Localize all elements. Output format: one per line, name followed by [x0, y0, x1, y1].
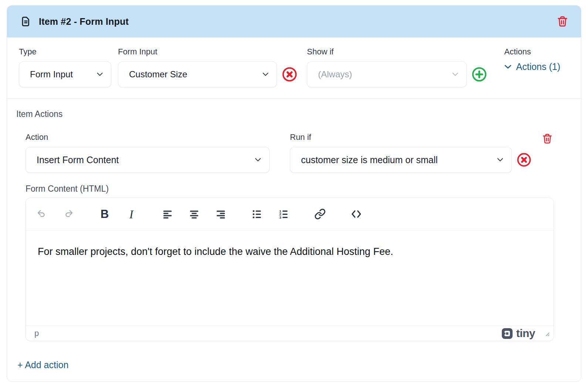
run-if-select-value: customer size is medium or small — [301, 155, 438, 165]
field-action: Action Insert Form Content — [26, 132, 270, 173]
field-actions: Actions Actions (1) — [504, 47, 569, 72]
action-select[interactable]: Insert Form Content — [26, 147, 270, 173]
field-type: Type Form Input — [19, 47, 111, 87]
align-center-icon[interactable] — [184, 204, 204, 224]
form-input-label: Form Input — [118, 47, 297, 57]
actions-label: Actions — [504, 47, 560, 57]
clear-run-if-icon[interactable] — [517, 152, 531, 167]
italic-glyph: I — [129, 208, 134, 220]
action-block: Action Insert Form Content Run if custom… — [26, 132, 569, 341]
form-input-select[interactable]: Customer Size — [118, 61, 277, 87]
element-path: p — [34, 329, 39, 338]
bold-glyph: B — [101, 208, 109, 220]
action-select-value: Insert Form Content — [37, 155, 119, 165]
chevron-down-icon — [504, 65, 511, 69]
delete-item-trash-icon[interactable] — [557, 16, 568, 27]
rich-text-editor: B I — [26, 198, 554, 341]
bullet-list-icon[interactable] — [247, 204, 267, 224]
show-if-label: Show if — [307, 47, 487, 57]
add-show-if-plus-icon[interactable] — [472, 67, 487, 82]
field-form-input: Form Input Customer Size — [118, 47, 297, 87]
item-title: Item #2 - Form Input — [39, 16, 129, 27]
action-label: Action — [26, 132, 270, 142]
form-input-select-value: Customer Size — [129, 69, 187, 80]
tiny-wordmark: tiny — [516, 327, 535, 340]
chevron-down-icon — [97, 73, 103, 76]
editor-content-area[interactable]: For smaller projects, don't forget to in… — [26, 230, 554, 326]
code-icon[interactable] — [346, 204, 366, 224]
add-action-link[interactable]: + Add action — [17, 360, 68, 370]
chevron-down-icon — [263, 73, 268, 76]
delete-action-trash-icon[interactable] — [542, 133, 553, 144]
type-select-value: Form Input — [30, 69, 73, 80]
align-right-icon[interactable] — [211, 204, 231, 224]
form-item-card: Item #2 - Form Input Type Form Input For… — [7, 5, 581, 382]
chevron-down-icon — [452, 73, 458, 76]
document-icon — [20, 16, 31, 27]
tiny-brand-link[interactable]: tiny — [501, 327, 535, 340]
item-actions-section: Item Actions Action Insert Form Content … — [7, 98, 581, 381]
chevron-down-icon — [255, 158, 261, 162]
chevron-down-icon — [497, 158, 503, 162]
field-show-if: Show if (Always) — [307, 47, 487, 87]
numbered-list-icon[interactable]: 123 — [274, 204, 294, 224]
link-icon[interactable] — [310, 204, 330, 224]
editor-statusbar: p tiny — [26, 326, 554, 341]
item-header: Item #2 - Form Input — [7, 6, 581, 37]
editor-toolbar: B I — [26, 198, 554, 230]
undo-icon[interactable] — [32, 204, 52, 224]
show-if-placeholder: (Always) — [318, 69, 352, 80]
show-if-select[interactable]: (Always) — [307, 61, 467, 87]
actions-expander[interactable]: Actions (1) — [504, 61, 560, 72]
bold-icon[interactable]: B — [95, 204, 115, 224]
editor-paragraph: For smaller projects, don't forget to in… — [38, 246, 542, 258]
clear-form-input-icon[interactable] — [282, 67, 297, 82]
redo-icon[interactable] — [58, 204, 78, 224]
field-run-if: Run if customer size is medium or small — [290, 132, 531, 173]
type-label: Type — [19, 47, 111, 57]
resize-handle-icon[interactable] — [543, 330, 550, 337]
actions-expander-label: Actions (1) — [516, 61, 560, 72]
form-content-label: Form Content (HTML) — [26, 184, 569, 194]
run-if-select[interactable]: customer size is medium or small — [290, 147, 512, 173]
align-left-icon[interactable] — [158, 204, 178, 224]
tiny-logo-icon — [501, 328, 513, 339]
svg-text:3: 3 — [279, 215, 281, 219]
type-select[interactable]: Form Input — [19, 61, 111, 87]
item-actions-title: Item Actions — [16, 109, 569, 119]
run-if-label: Run if — [290, 132, 531, 142]
item-config-row: Type Form Input Form Input Customer Size — [7, 37, 581, 98]
italic-icon[interactable]: I — [121, 204, 141, 224]
